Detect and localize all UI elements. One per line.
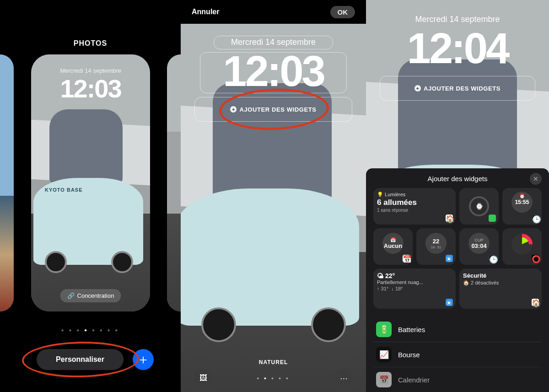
close-button[interactable]: ✕ bbox=[530, 173, 542, 185]
clock-app-badge-icon: 🕒 bbox=[489, 255, 496, 262]
calendar-icon: 📅 bbox=[390, 237, 396, 242]
widget-home-security[interactable]: Sécurité 🏠 2 désactivés 🏠 bbox=[459, 268, 542, 309]
app-row-stocks[interactable]: 📈 Bourse bbox=[373, 342, 542, 367]
widget-world-clock[interactable]: CUP 03:04 🕒 bbox=[459, 228, 499, 265]
weather-temp-value: 22° bbox=[385, 272, 395, 279]
world-clock-city: CUP bbox=[474, 238, 483, 242]
lockscreen-date: Mercredi 14 septembre bbox=[181, 38, 366, 47]
widget-activity-rings[interactable]: ⭕ bbox=[502, 228, 542, 265]
stocks-icon: 📈 bbox=[376, 347, 392, 362]
wallpaper-preview[interactable]: KYOTO BASE Mercredi 14 septembre 12:03 🔗… bbox=[31, 54, 150, 311]
app-name: Bourse bbox=[398, 351, 420, 359]
weather-hi: 31° bbox=[381, 286, 389, 291]
app-name: Calendrier bbox=[398, 376, 430, 384]
gallery-title: PHOTOS bbox=[0, 39, 181, 48]
calendar-app-badge-icon: 📅 bbox=[403, 255, 410, 262]
bulb-icon: 💡 bbox=[377, 192, 383, 197]
fitness-app-badge-icon: ⭕ bbox=[532, 255, 539, 262]
car-logo-text: KYOTO BASE bbox=[45, 187, 83, 193]
panel-wallpaper-gallery: PHOTOS KYOTO BASE Mercredi 14 septembre … bbox=[0, 0, 181, 392]
batteries-icon: 🔋 bbox=[376, 322, 392, 337]
alarm-time: 15:55 bbox=[515, 199, 529, 205]
weather-ring-temp: 22 bbox=[433, 238, 439, 245]
filter-pager: ● ● ● ● ● bbox=[257, 376, 290, 381]
weather-ring-hi: 31 bbox=[437, 245, 441, 249]
activity-rings-icon bbox=[511, 234, 533, 255]
widget-lights-main: 6 allumées bbox=[377, 198, 452, 207]
lockscreen-time: 12:04 bbox=[366, 24, 549, 73]
widget-weather-summary[interactable]: 🌤 22° Partiellement nuag... ↑ 31° ↓ 18° … bbox=[373, 268, 456, 309]
cancel-button[interactable]: Annuler bbox=[192, 8, 219, 16]
close-icon: ✕ bbox=[533, 175, 538, 183]
lockscreen-date: Mercredi 14 septembre bbox=[31, 67, 150, 74]
world-clock-time: 03:04 bbox=[471, 242, 486, 249]
sheet-title: Ajouter des widgets bbox=[428, 175, 488, 183]
ok-button[interactable]: OK bbox=[330, 6, 355, 18]
widget-home-lights[interactable]: 💡 Lumières 6 allumées 1 sans réponse 🏠 bbox=[373, 188, 456, 225]
widget-lights-header: Lumières bbox=[385, 192, 405, 197]
ellipsis-icon: ⋯ bbox=[340, 374, 348, 383]
plus-circle-icon: + bbox=[414, 85, 421, 91]
suggested-widgets-grid: 💡 Lumières 6 allumées 1 sans réponse 🏠 ⌚… bbox=[373, 188, 542, 265]
pager-dots: ● ● ● ● ● ● ● ● bbox=[0, 328, 181, 333]
weather-icon: 🌤 bbox=[377, 272, 383, 279]
app-row-calendar[interactable]: 📅 Calendrier bbox=[373, 367, 542, 392]
calendar-icon: 📅 bbox=[376, 372, 392, 387]
filter-name: NATUREL bbox=[181, 359, 366, 365]
panel-widget-sheet: Mercredi 14 septembre 12:04 + AJOUTER DE… bbox=[366, 0, 549, 392]
fitness-app-badge-icon bbox=[489, 215, 496, 222]
home-app-badge-icon: 🏠 bbox=[532, 299, 539, 306]
lockscreen-time: 12:03 bbox=[31, 74, 150, 103]
calendar-none-label: Aucun bbox=[384, 242, 402, 249]
panel-lockscreen-edit: Annuler OK Mercredi 14 septembre 12:03 +… bbox=[181, 0, 366, 392]
more-button[interactable]: ⋯ bbox=[335, 370, 352, 387]
weather-app-badge-icon: ☀ bbox=[446, 255, 453, 262]
annotation-oval bbox=[22, 341, 139, 378]
app-row-batteries[interactable]: 🔋 Batteries bbox=[373, 317, 542, 342]
security-sub: 2 désactivés bbox=[471, 280, 499, 285]
focus-pill[interactable]: 🔗 Concentration bbox=[60, 289, 121, 302]
photos-icon: 🖼 bbox=[199, 374, 207, 383]
weather-lo: 18° bbox=[395, 286, 403, 291]
photo-picker-button[interactable]: 🖼 bbox=[194, 370, 212, 387]
widgets-sheet: Ajouter des widgets ✕ 💡 Lumières 6 allum… bbox=[366, 168, 549, 392]
lockscreen-date: Mercredi 14 septembre bbox=[366, 15, 549, 24]
weather-ring-lo: 18 bbox=[431, 245, 435, 249]
clock-app-badge-icon: 🕒 bbox=[532, 215, 539, 222]
watch-ring-icon: ⌚ bbox=[469, 196, 489, 216]
home-app-badge-icon: 🏠 bbox=[446, 215, 453, 222]
focus-label: Concentration bbox=[77, 292, 114, 299]
widget-lights-sub: 1 sans réponse bbox=[377, 208, 452, 213]
alarm-icon: ⏰ bbox=[519, 193, 525, 199]
widget-alarm[interactable]: ⏰ 15:55 🕒 bbox=[502, 188, 542, 225]
widget-weather-ring[interactable]: 22 18 31 ☀ bbox=[416, 228, 456, 265]
edit-bottom-bar: 🖼 ● ● ● ● ● ⋯ bbox=[181, 369, 366, 387]
widget-app-list: 🔋 Batteries 📈 Bourse 📅 Calendrier bbox=[373, 317, 542, 392]
link-icon: 🔗 bbox=[67, 292, 75, 299]
weather-app-badge-icon: ☀ bbox=[446, 299, 453, 306]
security-title: Sécurité bbox=[463, 272, 538, 279]
wallpaper-peek-next[interactable] bbox=[167, 54, 181, 311]
weather-desc: Partiellement nuag... bbox=[377, 279, 452, 285]
app-name: Batteries bbox=[398, 326, 425, 333]
widget-fitness-ring[interactable]: ⌚ bbox=[459, 188, 499, 225]
edit-topbar: Annuler OK bbox=[181, 0, 366, 24]
wallpaper-peek-prev[interactable] bbox=[0, 54, 14, 311]
add-widgets-label: AJOUTER DES WIDGETS bbox=[424, 85, 501, 92]
add-widgets-button[interactable]: + AJOUTER DES WIDGETS bbox=[380, 76, 535, 101]
widget-calendar-next[interactable]: 📅 Aucun 📅 bbox=[373, 228, 413, 265]
